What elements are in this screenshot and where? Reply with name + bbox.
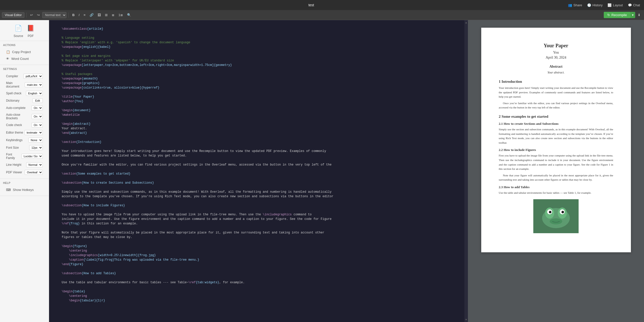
dictionary-row: Dictionary Edit — [3, 97, 46, 104]
compiler-row: Compiler pdfLaTeX — [3, 72, 46, 80]
main-doc-select[interactable]: main.tex — [25, 82, 43, 87]
pdf-section1-body1: Your introduction goes here! Simply star… — [499, 86, 613, 99]
pdf-subsection-2-2: 2.2 How to include Figures — [499, 148, 613, 152]
chat-icon: 💬 — [628, 3, 632, 7]
pdf-subsection2-2-body1: First you have to upload the image file … — [499, 153, 613, 171]
hotkeys-button[interactable]: ⌨ Show Hotkeys — [3, 186, 46, 193]
copy-project-button[interactable]: 📋 Copy Project — [3, 49, 46, 55]
line-height-select[interactable]: Normal — [26, 162, 43, 167]
autocomplete-select[interactable]: On — [31, 105, 43, 110]
download-source-button[interactable]: 📄 Source — [14, 23, 23, 38]
visual-editor-button[interactable]: Visual Editor — [2, 12, 24, 18]
word-count-button[interactable]: 👁 Word Count — [3, 55, 46, 62]
sidebar: 📄 Source 📕 PDF Actions 📋 Copy Project 👁 … — [0, 20, 49, 322]
compiler-select[interactable]: pdfLaTeX — [23, 74, 43, 79]
recompile-button[interactable]: ↻ Recompile — [604, 12, 630, 18]
link-button[interactable]: 🔗 — [88, 12, 95, 18]
pdf-subsection2-3-body: Use the table and tabular environments f… — [499, 191, 613, 195]
pdf-abstract-text: Your abstract. — [499, 71, 613, 74]
editor-theme-select[interactable]: textmate — [24, 130, 43, 135]
share-button[interactable]: 👥 Share — [568, 3, 582, 7]
font-family-row: Font Family Lucida / Source C — [3, 151, 46, 161]
topbar: test 👥 Share 🕐 History ⬜ Layout 💬 Chat — [0, 0, 644, 10]
main-layout: 📄 Source 📕 PDF Actions 📋 Copy Project 👁 … — [0, 20, 644, 322]
format-select[interactable]: Normal text — [42, 12, 66, 18]
download-button[interactable]: ⬇ — [636, 12, 642, 18]
pdf-page: Your Paper You April 30, 2024 Abstract Y… — [481, 28, 631, 252]
code-editor[interactable]: \documentclass{article} % Language setti… — [49, 20, 464, 322]
pdf-title: Your Paper — [499, 43, 613, 49]
svg-point-8 — [550, 218, 562, 224]
source-icon: 📄 — [14, 23, 23, 33]
pdf-viewer-row: PDF Viewer Overleaf — [3, 169, 46, 176]
auto-close-row: Auto-close Brackets On — [3, 112, 46, 121]
pdf-subsection2-1-body: Simply use the section and subsection co… — [499, 127, 613, 145]
pdf-author: You — [499, 51, 613, 55]
help-title: Help — [3, 181, 46, 184]
pdf-subsection-2-3: 2.3 How to add Tables — [499, 185, 613, 189]
toolbar: Visual Editor ↩ ↪ Normal text B I ≡ 🔗 🖼 … — [0, 10, 644, 20]
pdf-preview: Your Paper You April 30, 2024 Abstract Y… — [468, 20, 644, 322]
font-family-select[interactable]: Lucida / Source C — [21, 154, 43, 159]
pdf-abstract-title: Abstract — [499, 65, 613, 69]
redo-button[interactable]: ↪ — [35, 12, 41, 18]
align-button[interactable]: ≡ — [82, 12, 87, 18]
chat-button[interactable]: 💬 Chat — [628, 3, 640, 7]
history-icon: 🕐 — [587, 3, 591, 7]
settings-title: Settings — [3, 67, 46, 70]
font-size-row: Font Size 12px — [3, 144, 46, 151]
bold-button[interactable]: B — [71, 12, 76, 18]
keybindings-row: Keybindings None — [3, 136, 46, 144]
layout-button[interactable]: ⬜ Layout — [608, 3, 623, 7]
pdf-section-2: 2 Some examples to get started — [499, 114, 613, 119]
settings-section: Settings Compiler pdfLaTeX Main document… — [0, 65, 49, 179]
editor-scrollbar[interactable]: ▲ ▼ — [464, 20, 468, 322]
pdf-date: April 30, 2024 — [499, 56, 613, 60]
hotkeys-icon: ⌨ — [6, 188, 11, 192]
pdf-figure — [499, 199, 613, 233]
history-button[interactable]: 🕐 History — [587, 3, 602, 7]
pdf-subsection2-2-body2: Note that your figure will automatically… — [499, 173, 613, 182]
undo-button[interactable]: ↩ — [29, 12, 34, 18]
search-button[interactable]: 🔍 — [126, 12, 133, 18]
line-height-row: Line Height Normal — [3, 161, 46, 169]
table-button[interactable]: ⊞ — [103, 12, 109, 18]
italic-button[interactable]: I — [77, 12, 81, 18]
svg-point-6 — [549, 211, 551, 213]
list-ul-button[interactable]: ≣ — [110, 12, 116, 18]
topbar-actions: 👥 Share 🕐 History ⬜ Layout 💬 Chat — [568, 3, 640, 7]
editor-theme-row: Editor theme textmate — [3, 129, 46, 136]
keybindings-select[interactable]: None — [28, 138, 43, 143]
svg-point-7 — [561, 211, 564, 213]
toolbar-separator-1 — [26, 13, 27, 18]
spell-check-row: Spell check English — [3, 90, 46, 97]
copy-icon: 📋 — [6, 50, 10, 54]
pdf-viewer-select[interactable]: Overleaf — [25, 170, 43, 175]
download-pdf-button[interactable]: 📕 PDF — [26, 23, 35, 38]
list-ol-button[interactable]: 1≣ — [117, 12, 125, 18]
pdf-section1-body2: Once you’re familiar with the editor, yo… — [499, 101, 613, 110]
image-button[interactable]: 🖼 — [96, 12, 102, 18]
actions-section: Actions 📋 Copy Project 👁 Word Count — [0, 41, 49, 65]
toolbar-separator-2 — [68, 13, 69, 18]
recompile-icon: ↻ — [607, 13, 610, 17]
spell-check-select[interactable]: English — [26, 91, 43, 96]
font-size-select[interactable]: 12px — [29, 145, 43, 150]
help-section: Help ⌨ Show Hotkeys — [0, 179, 49, 196]
dictionary-edit-button[interactable]: Edit — [32, 98, 43, 103]
topbar-title: test — [308, 3, 314, 7]
code-check-select[interactable]: On — [31, 123, 43, 128]
word-count-icon: 👁 — [6, 57, 9, 61]
pdf-section-1: 1 Introduction — [499, 79, 613, 84]
sidebar-download-section: 📄 Source 📕 PDF — [0, 20, 49, 41]
share-icon: 👥 — [568, 3, 572, 7]
editor-content[interactable]: \documentclass{article} % Language setti… — [49, 20, 464, 322]
autocomplete-row: Auto-complete On — [3, 104, 46, 112]
pdf-subsection-2-1: 2.1 How to create Sections and Subsectio… — [499, 122, 613, 126]
recompile-dropdown-button[interactable]: ▾ — [630, 12, 635, 18]
pdf-icon: 📕 — [26, 23, 35, 33]
auto-close-select[interactable]: On — [31, 114, 43, 119]
main-doc-row: Main document main.tex — [3, 80, 46, 90]
layout-icon: ⬜ — [608, 3, 612, 7]
code-check-row: Code check On — [3, 121, 46, 129]
